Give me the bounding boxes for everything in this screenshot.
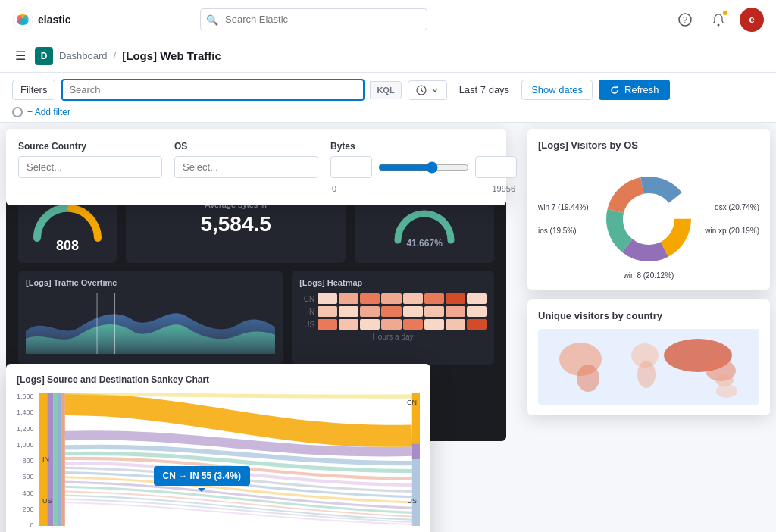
menu-toggle-button[interactable]: ☰ bbox=[12, 45, 29, 66]
map-panel-title: Unique visitors by country bbox=[538, 310, 759, 321]
heatmap-cell bbox=[467, 293, 487, 304]
svg-rect-29 bbox=[62, 393, 65, 526]
bytes-max-input[interactable] bbox=[475, 156, 517, 178]
svg-point-7 bbox=[718, 23, 720, 26]
avatar-letter: e bbox=[749, 14, 754, 25]
heatmap-in-cells bbox=[318, 306, 487, 317]
legend-winxp: win xp (20.19%) bbox=[705, 227, 759, 235]
sankey-y-800: 800 bbox=[17, 457, 34, 465]
search-input[interactable] bbox=[200, 8, 427, 30]
charts-row: [Logs] Traffic Overtime bbox=[6, 271, 506, 377]
donut-legend-left: win 7 (19.44%) ios (19.5%) bbox=[538, 203, 589, 235]
nav-right-actions: ? e bbox=[673, 8, 764, 32]
svg-point-4 bbox=[23, 14, 29, 23]
svg-point-20 bbox=[637, 361, 656, 388]
legend-win7: win 7 (19.44%) bbox=[538, 203, 589, 211]
heatmap-cell bbox=[403, 293, 423, 304]
bytes-filter: Bytes 0 19956 bbox=[330, 141, 517, 193]
notifications-button[interactable] bbox=[706, 8, 731, 32]
show-dates-button[interactable]: Show dates bbox=[521, 80, 593, 100]
svg-rect-31 bbox=[412, 443, 420, 459]
heatmap-cell bbox=[446, 293, 465, 304]
sankey-us-right-label: US bbox=[407, 497, 417, 505]
traffic-chart-widget: [Logs] Traffic Overtime bbox=[18, 271, 283, 365]
metric-808-value: 808 bbox=[56, 238, 79, 254]
refresh-button[interactable]: Refresh bbox=[599, 80, 670, 100]
heatmap-cell bbox=[360, 306, 380, 317]
refresh-label: Refresh bbox=[624, 84, 659, 95]
heatmap-widget: [Logs] Heatmap CN bbox=[292, 271, 494, 365]
source-country-input[interactable] bbox=[18, 156, 162, 178]
os-filter: OS bbox=[174, 141, 318, 178]
sankey-chart: 1,600 1,400 1,200 1,000 800 600 400 200 … bbox=[17, 393, 420, 532]
heatmap-cn-cells bbox=[318, 293, 487, 304]
notification-badge bbox=[722, 10, 728, 16]
breadcrumb-bar: ☰ D Dashboard / [Logs] Web Traffic bbox=[0, 39, 776, 73]
user-avatar-button[interactable]: e bbox=[740, 8, 764, 32]
heatmap-cell bbox=[424, 319, 444, 330]
svg-point-16 bbox=[626, 196, 671, 242]
heatmap-cell bbox=[403, 319, 423, 330]
heatmap-row-in: IN bbox=[299, 306, 487, 317]
heatmap-x-axis: Hours a day bbox=[299, 333, 487, 341]
heatmap-cell bbox=[467, 319, 487, 330]
add-filter-link[interactable]: + Add filter bbox=[27, 107, 70, 117]
global-search[interactable]: 🔍 bbox=[200, 8, 427, 30]
app-name: elastic bbox=[38, 14, 71, 26]
sankey-y-400: 400 bbox=[17, 490, 34, 497]
help-button[interactable]: ? bbox=[673, 8, 697, 32]
breadcrumb-separator: / bbox=[114, 50, 117, 61]
svg-rect-28 bbox=[58, 393, 62, 526]
elastic-logo[interactable]: elastic bbox=[12, 9, 73, 30]
bytes-label: Bytes bbox=[330, 141, 517, 152]
sankey-y-1200: 1,200 bbox=[17, 425, 34, 433]
donut-chart-svg bbox=[603, 174, 694, 264]
heatmap-cell bbox=[467, 306, 487, 317]
bytes-max-value: 19956 bbox=[492, 184, 515, 193]
traffic-chart-title: [Logs] Traffic Overtime bbox=[26, 278, 275, 287]
svg-text:?: ? bbox=[683, 15, 687, 24]
map-panel: Unique visitors by country bbox=[527, 299, 770, 415]
os-input[interactable] bbox=[174, 156, 318, 178]
bytes-range-slider[interactable] bbox=[378, 161, 469, 174]
sankey-y-1600: 1,600 bbox=[17, 393, 34, 400]
avg-value: 5,584.5 bbox=[200, 212, 271, 236]
kql-badge[interactable]: KQL bbox=[370, 81, 401, 99]
heatmap-cell bbox=[339, 319, 358, 330]
heatmap-cn-label: CN bbox=[299, 295, 314, 303]
sankey-y-200: 200 bbox=[17, 505, 34, 513]
sankey-y-0: 0 bbox=[17, 521, 34, 529]
os-label: OS bbox=[174, 141, 318, 152]
heatmap-cell bbox=[339, 306, 358, 317]
time-range-label: Last 7 days bbox=[453, 80, 516, 99]
heatmap-cell bbox=[424, 306, 444, 317]
time-filter-button[interactable] bbox=[408, 80, 447, 100]
heatmap-cell bbox=[403, 306, 423, 317]
sankey-y-axis: 1,600 1,400 1,200 1,000 800 600 400 200 … bbox=[17, 393, 37, 529]
heatmap-cell bbox=[446, 306, 465, 317]
heatmap-cell bbox=[318, 306, 337, 317]
heatmap-title: [Logs] Heatmap bbox=[299, 278, 487, 287]
pct-value: 41.667% bbox=[406, 238, 442, 249]
svg-rect-27 bbox=[53, 393, 58, 526]
heatmap-cell bbox=[360, 319, 380, 330]
visitors-os-title: [Logs] Visitors by OS bbox=[538, 139, 759, 151]
sankey-cn-right-label: CN bbox=[407, 399, 417, 406]
heatmap-cell bbox=[381, 319, 401, 330]
filter-search-input[interactable] bbox=[61, 79, 365, 101]
breadcrumb-home[interactable]: Dashboard bbox=[59, 50, 108, 61]
search-icon: 🔍 bbox=[206, 14, 218, 25]
sankey-y-1000: 1,000 bbox=[17, 441, 34, 449]
source-country-filter: Source Country bbox=[18, 141, 162, 178]
heatmap-row-us: US bbox=[299, 319, 487, 330]
svg-point-18 bbox=[577, 365, 599, 392]
world-map-placeholder bbox=[538, 329, 759, 405]
heatmap-cell bbox=[360, 293, 380, 304]
bytes-min-input[interactable] bbox=[330, 156, 372, 178]
heatmap-cell bbox=[381, 293, 401, 304]
filters-button[interactable]: Filters bbox=[12, 80, 55, 100]
sankey-flow-area: CN US IN US CN → IN 55 (3.4%) bbox=[39, 393, 420, 526]
right-panels: [Logs] Visitors by OS win 7 (19.44%) ios… bbox=[527, 129, 770, 415]
svg-rect-32 bbox=[412, 459, 420, 526]
legend-ios: ios (19.5%) bbox=[538, 227, 589, 235]
